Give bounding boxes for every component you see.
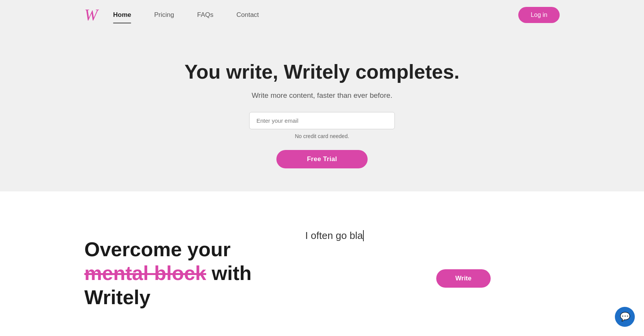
typing-demo: I often go bla [282, 230, 363, 242]
free-trial-button[interactable]: Free Trial [276, 150, 368, 168]
cursor [363, 230, 364, 241]
nav-link-contact[interactable]: Contact [237, 8, 259, 22]
navbar: W Home Pricing FAQs Contact Log in [0, 0, 644, 30]
chat-icon: 💬 [620, 312, 630, 322]
with-word: with [212, 262, 251, 284]
write-button[interactable]: Write [436, 269, 491, 288]
email-input[interactable] [249, 112, 395, 129]
strikethrough-text: mental block [84, 262, 206, 284]
left-content: Overcome your mental block with Writely [84, 222, 251, 309]
second-section: Overcome your mental block with Writely … [0, 191, 644, 336]
nav-link-faqs[interactable]: FAQs [197, 8, 214, 22]
hero-section: W Home Pricing FAQs Contact Log in You w… [0, 0, 644, 191]
chat-bubble[interactable]: 💬 [615, 307, 635, 327]
nav-link-pricing[interactable]: Pricing [154, 8, 174, 22]
brand-name-label: Writely [84, 286, 150, 308]
logo: W [84, 7, 98, 23]
nav-right: Log in [518, 7, 560, 23]
hero-subtitle: Write more content, faster than ever bef… [251, 91, 392, 100]
no-credit-card-text: No credit card needed. [295, 133, 349, 139]
right-content: I often go bla Write [251, 222, 560, 288]
email-input-container [249, 112, 395, 129]
hero-title: You write, Writely completes. [184, 61, 460, 84]
nav-link-home[interactable]: Home [113, 8, 131, 22]
overcome-text: Overcome your mental block with Writely [84, 237, 251, 309]
login-button[interactable]: Log in [518, 7, 560, 23]
hero-content: You write, Writely completes. Write more… [0, 30, 644, 168]
typing-text: I often go bla [305, 230, 363, 241]
overcome-line1: Overcome your [84, 238, 231, 260]
nav-links: Home Pricing FAQs Contact [113, 8, 518, 22]
